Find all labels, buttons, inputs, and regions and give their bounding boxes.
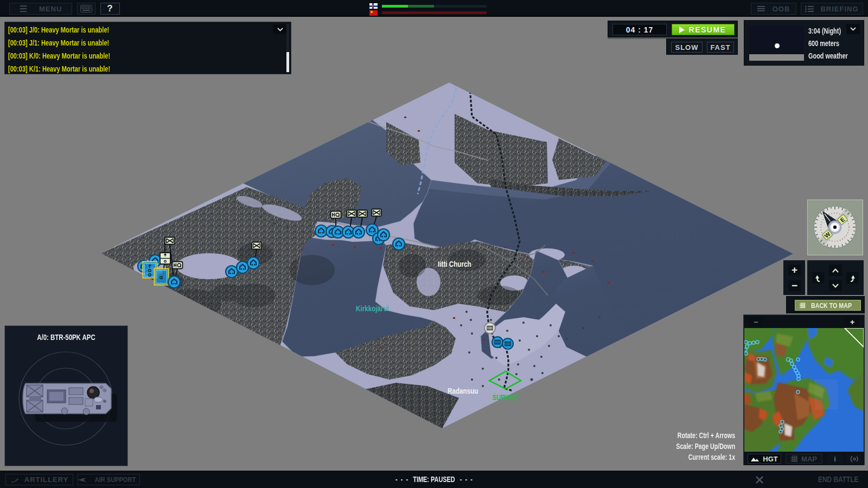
svg-text:Iitti Church: Iitti Church [438,260,471,269]
svg-text:SURVIVE: SURVIVE [493,394,519,402]
svg-text:Kirkkojärvi: Kirkkojärvi [356,304,388,313]
svg-text:Radansuu: Radansuu [448,387,478,396]
